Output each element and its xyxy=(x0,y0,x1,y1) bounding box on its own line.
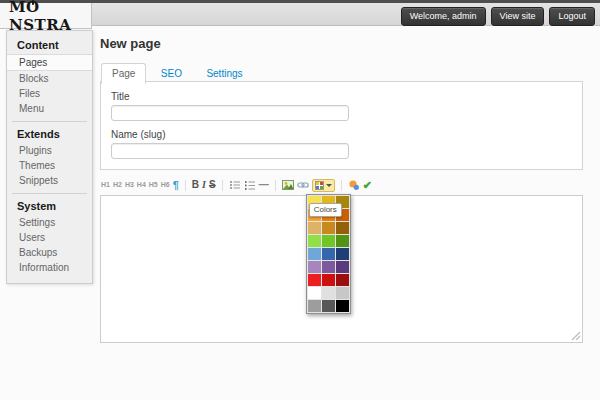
color-swatch[interactable] xyxy=(336,287,349,299)
h1-button[interactable]: H1 xyxy=(101,179,110,191)
sidebar-section-system: System xyxy=(7,196,92,215)
sidebar-item-backups[interactable]: Backups xyxy=(7,245,92,260)
bulleted-list-button[interactable] xyxy=(229,179,241,191)
resize-grip[interactable] xyxy=(571,331,581,341)
divider xyxy=(185,180,186,191)
logo-text: MONSTRA xyxy=(9,0,91,34)
color-swatch[interactable] xyxy=(308,287,321,299)
bold-button[interactable]: B xyxy=(192,179,199,191)
image-button[interactable] xyxy=(282,179,294,191)
color-swatch[interactable] xyxy=(322,248,335,260)
page-title: New page xyxy=(100,36,583,51)
color-swatch[interactable] xyxy=(322,222,335,234)
numeric-list-button[interactable] xyxy=(244,179,256,191)
divider xyxy=(12,121,87,122)
tab-page[interactable]: Page xyxy=(101,63,146,84)
preview-button[interactable]: ✔ xyxy=(363,179,372,191)
logo[interactable]: MONSTRA xyxy=(0,3,92,29)
color-swatch[interactable] xyxy=(322,300,335,312)
divider xyxy=(275,180,276,191)
link-button[interactable] xyxy=(297,179,309,191)
color-swatch[interactable] xyxy=(322,287,335,299)
title-field[interactable] xyxy=(111,105,349,121)
title-label: Title xyxy=(111,91,572,102)
paragraph-button[interactable]: ¶ xyxy=(173,179,179,191)
chevron-down-icon xyxy=(326,184,332,187)
page-tab-panel: Title Name (slug) xyxy=(100,82,583,170)
tab-bar: Page SEO Settings xyxy=(100,63,583,82)
h3-button[interactable]: H3 xyxy=(125,179,134,191)
welcome-admin-button[interactable]: Welcome, admin xyxy=(401,7,486,26)
colors-button[interactable]: Colors xyxy=(312,179,335,192)
color-swatch[interactable] xyxy=(336,274,349,286)
sidebar-section-extends: Extends xyxy=(7,124,92,143)
color-swatch[interactable] xyxy=(336,261,349,273)
header-buttons: Welcome, admin View site Logout xyxy=(401,7,595,26)
sidebar-item-users[interactable]: Users xyxy=(7,230,92,245)
color-swatch[interactable] xyxy=(322,274,335,286)
divider xyxy=(222,180,223,191)
sidebar-item-blocks[interactable]: Blocks xyxy=(7,71,92,86)
color-swatch[interactable] xyxy=(336,235,349,247)
color-swatch[interactable] xyxy=(308,274,321,286)
slug-field[interactable] xyxy=(111,143,349,159)
sidebar-item-menu[interactable]: Menu xyxy=(7,101,92,116)
h5-button[interactable]: H5 xyxy=(149,179,158,191)
sidebar-item-pages[interactable]: Pages xyxy=(7,54,92,71)
sidebar-item-snippets[interactable]: Snippets xyxy=(7,173,92,188)
view-site-button[interactable]: View site xyxy=(491,7,545,26)
sidebar-item-plugins[interactable]: Plugins xyxy=(7,143,92,158)
clean-icon[interactable] xyxy=(348,179,360,191)
sidebar-item-information[interactable]: Information xyxy=(7,260,92,275)
tab-seo[interactable]: SEO xyxy=(151,64,192,83)
divider xyxy=(341,180,342,191)
color-swatch[interactable] xyxy=(336,222,349,234)
sidebar-section-content: Content xyxy=(7,35,92,54)
slug-label: Name (slug) xyxy=(111,129,572,140)
logo-o-glyph: O xyxy=(26,0,40,16)
sidebar-item-themes[interactable]: Themes xyxy=(7,158,92,173)
italic-button[interactable]: I xyxy=(202,179,206,191)
palette-icon xyxy=(315,181,324,190)
main-content: New page Page SEO Settings Title Name (s… xyxy=(100,30,583,343)
colors-dropdown: Colors xyxy=(306,194,351,314)
color-swatch[interactable] xyxy=(322,261,335,273)
tab-settings[interactable]: Settings xyxy=(196,64,252,83)
color-swatch[interactable] xyxy=(308,300,321,312)
content-editor: H1 H2 H3 H4 H5 H6 ¶ B I S — xyxy=(100,178,583,343)
color-swatch[interactable] xyxy=(322,235,335,247)
divider xyxy=(12,193,87,194)
color-swatch[interactable] xyxy=(336,300,349,312)
strikethrough-button[interactable]: S xyxy=(209,179,216,191)
color-swatch[interactable] xyxy=(336,248,349,260)
sidebar-item-files[interactable]: Files xyxy=(7,86,92,101)
horizontal-rule-button[interactable]: — xyxy=(259,179,269,191)
h2-button[interactable]: H2 xyxy=(113,179,122,191)
colors-tooltip: Colors xyxy=(309,203,342,217)
h6-button[interactable]: H6 xyxy=(161,179,170,191)
color-swatch[interactable] xyxy=(308,235,321,247)
sidebar-item-settings[interactable]: Settings xyxy=(7,215,92,230)
color-swatch[interactable] xyxy=(308,248,321,260)
color-swatch[interactable] xyxy=(308,222,321,234)
editor-toolbar: H1 H2 H3 H4 H5 H6 ¶ B I S — xyxy=(101,178,583,192)
color-swatch[interactable] xyxy=(308,261,321,273)
sidebar: Content Pages Blocks Files Menu Extends … xyxy=(6,30,93,284)
logout-button[interactable]: Logout xyxy=(549,7,595,26)
h4-button[interactable]: H4 xyxy=(137,179,146,191)
